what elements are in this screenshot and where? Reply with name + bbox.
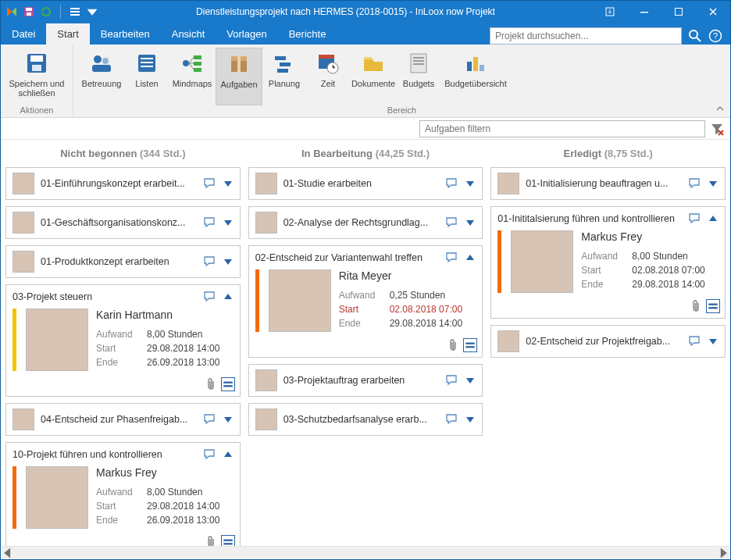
comment-icon[interactable] bbox=[202, 290, 216, 304]
budgets-button[interactable]: Budgets bbox=[397, 48, 440, 105]
qat-dropdown-icon[interactable] bbox=[86, 5, 98, 18]
menu-bearbeiten[interactable]: Bearbeiten bbox=[90, 23, 161, 45]
scroll-right-icon[interactable] bbox=[717, 547, 729, 559]
menu-datei[interactable]: Datei bbox=[1, 23, 46, 45]
planung-button[interactable]: Planung bbox=[262, 48, 306, 105]
svg-rect-1 bbox=[26, 8, 32, 11]
project-search-input[interactable] bbox=[490, 27, 682, 45]
maximize-button[interactable] bbox=[661, 1, 696, 23]
chevron-down-icon[interactable] bbox=[223, 178, 234, 189]
comment-icon[interactable] bbox=[687, 177, 701, 191]
avatar bbox=[255, 408, 277, 430]
comment-icon[interactable] bbox=[444, 373, 458, 387]
list-icon[interactable] bbox=[69, 5, 81, 18]
chevron-down-icon[interactable] bbox=[465, 178, 476, 189]
details-icon[interactable] bbox=[463, 338, 477, 352]
chevron-down-icon[interactable] bbox=[465, 414, 476, 425]
comment-icon[interactable] bbox=[687, 212, 701, 226]
chevron-down-icon[interactable] bbox=[223, 217, 234, 228]
svg-rect-36 bbox=[413, 57, 424, 59]
details-icon[interactable] bbox=[706, 299, 720, 313]
task-card[interactable]: 01-Initialisierung beauftragen u... bbox=[490, 167, 726, 200]
menu-ansicht[interactable]: Ansicht bbox=[161, 23, 216, 45]
details-icon[interactable] bbox=[221, 377, 235, 391]
task-card-expanded[interactable]: 01-Inititalsierung führen und kontrollie… bbox=[490, 206, 726, 319]
comment-icon[interactable] bbox=[202, 412, 216, 426]
ribbon-group-bereich: Betreuung Listen Mindmaps Aufgaben Planu… bbox=[73, 45, 730, 117]
gantt-icon bbox=[272, 51, 297, 76]
svg-rect-5 bbox=[70, 14, 80, 16]
task-card[interactable]: 03-Projektauftrag erarbeiten bbox=[248, 364, 483, 397]
comment-icon[interactable] bbox=[202, 448, 216, 462]
chevron-down-icon[interactable] bbox=[465, 375, 476, 386]
comment-icon[interactable] bbox=[444, 251, 458, 265]
filter-clear-icon[interactable] bbox=[710, 122, 724, 136]
chevron-down-icon[interactable] bbox=[223, 414, 234, 425]
scroll-left-icon[interactable] bbox=[2, 547, 14, 559]
comment-icon[interactable] bbox=[444, 412, 458, 426]
save-close-button[interactable]: Speichern und schließen bbox=[5, 48, 68, 105]
ribbon-collapse-icon[interactable] bbox=[715, 103, 726, 114]
svg-rect-33 bbox=[319, 55, 334, 59]
save-icon[interactable] bbox=[23, 5, 35, 18]
horizontal-scrollbar[interactable] bbox=[2, 546, 729, 558]
close-button[interactable] bbox=[696, 1, 730, 23]
chevron-down-icon[interactable] bbox=[708, 336, 719, 347]
column-header: Nicht begonnen (344 Std.) bbox=[5, 148, 241, 159]
comment-icon[interactable] bbox=[202, 216, 216, 230]
chevron-down-icon[interactable] bbox=[465, 217, 476, 228]
task-card[interactable]: 04-Entscheid zur Phasenfreigab... bbox=[5, 403, 241, 436]
refresh-icon[interactable] bbox=[40, 5, 52, 18]
comment-icon[interactable] bbox=[444, 216, 458, 230]
dokumente-button[interactable]: Dokumente bbox=[350, 48, 397, 105]
task-card[interactable]: 01-Einführungskonzept erarbeit... bbox=[5, 167, 241, 200]
mindmaps-button[interactable]: Mindmaps bbox=[169, 48, 216, 105]
task-card[interactable]: 02-Analyse der Rechtsgrundlag... bbox=[248, 206, 483, 239]
task-card-expanded[interactable]: 10-Projekt führen und kontrollieren Mark… bbox=[5, 442, 241, 547]
search-icon[interactable] bbox=[688, 29, 702, 43]
chevron-up-icon[interactable] bbox=[223, 291, 234, 302]
svg-rect-20 bbox=[141, 62, 153, 63]
task-card[interactable]: 02-Entscheid zur Projektfreigab... bbox=[490, 325, 726, 358]
task-card-expanded[interactable]: 02-Entscheid zur Variantenwahl treffen R… bbox=[248, 245, 483, 358]
comment-icon[interactable] bbox=[444, 177, 458, 191]
task-card[interactable]: 01-Geschäftsorganisationskonz... bbox=[5, 206, 241, 239]
chevron-up-icon[interactable] bbox=[465, 252, 476, 263]
task-card[interactable]: 01-Produktkonzept erarbeiten bbox=[5, 245, 241, 278]
chevron-down-icon[interactable] bbox=[223, 256, 234, 267]
zeit-button[interactable]: Zeit bbox=[306, 48, 350, 105]
comment-icon[interactable] bbox=[202, 255, 216, 269]
svg-rect-25 bbox=[194, 68, 201, 72]
betreuung-button[interactable]: Betreuung bbox=[78, 48, 125, 105]
task-filter-input[interactable] bbox=[419, 120, 705, 137]
attachment-icon[interactable] bbox=[690, 300, 701, 312]
attachment-icon[interactable] bbox=[205, 378, 216, 391]
ribbon-display-button[interactable] bbox=[593, 1, 627, 23]
aufgaben-button[interactable]: Aufgaben bbox=[216, 48, 262, 105]
minimize-button[interactable] bbox=[627, 1, 661, 23]
task-card[interactable]: 03-Schutzbedarfsanalyse erarb... bbox=[248, 403, 483, 436]
budgetuebersicht-button[interactable]: Budgetübersicht bbox=[440, 48, 511, 105]
listen-button[interactable]: Listen bbox=[125, 48, 169, 105]
chevron-up-icon[interactable] bbox=[223, 449, 234, 460]
avatar bbox=[26, 466, 88, 529]
help-icon[interactable]: ? bbox=[708, 29, 722, 43]
chevron-down-icon[interactable] bbox=[708, 178, 719, 189]
task-card-expanded[interactable]: 03-Projekt steuern Karin Hartmann Aufwan… bbox=[5, 284, 241, 397]
svg-rect-30 bbox=[280, 62, 291, 66]
comment-icon[interactable] bbox=[687, 334, 701, 348]
attachment-icon[interactable] bbox=[205, 536, 216, 547]
comment-icon[interactable] bbox=[202, 177, 216, 191]
task-card[interactable]: 01-Studie erarbeiten bbox=[248, 167, 483, 200]
menu-berichte[interactable]: Berichte bbox=[278, 23, 337, 45]
avatar bbox=[511, 230, 573, 293]
group-label-aktionen: Aktionen bbox=[5, 105, 68, 117]
menu-vorlagen[interactable]: Vorlagen bbox=[216, 23, 277, 45]
avatar bbox=[497, 173, 519, 194]
svg-rect-49 bbox=[708, 307, 717, 309]
menu-start[interactable]: Start bbox=[46, 23, 89, 45]
details-icon[interactable] bbox=[221, 535, 235, 547]
svg-rect-47 bbox=[466, 346, 475, 348]
chevron-up-icon[interactable] bbox=[708, 213, 719, 224]
attachment-icon[interactable] bbox=[448, 339, 458, 351]
